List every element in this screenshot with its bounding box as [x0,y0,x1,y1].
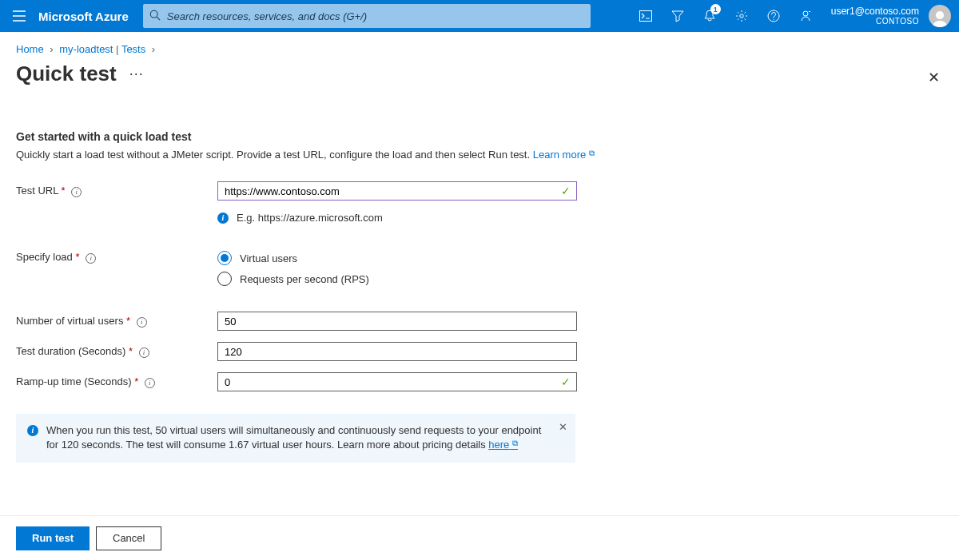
svg-line-1 [157,17,160,20]
cancel-button[interactable]: Cancel [96,526,161,550]
test-url-input[interactable] [217,181,577,201]
validation-check-icon: ✓ [561,185,571,197]
rampup-input[interactable] [217,372,577,391]
user-tenant: CONTOSO [831,17,919,26]
notifications-button[interactable]: 1 [694,0,726,32]
directory-filter-button[interactable] [662,0,694,32]
avatar[interactable] [929,5,951,27]
filter-icon [671,10,684,22]
info-icon[interactable]: i [86,253,96,264]
svg-point-5 [803,11,808,16]
run-test-button[interactable]: Run test [16,526,90,550]
help-button[interactable] [758,0,790,32]
svg-point-6 [936,11,944,19]
num-vu-label: Number of virtual users * i [16,315,217,328]
breadcrumb-resource[interactable]: my-loadtest [59,43,113,55]
cloud-shell-button[interactable] [630,0,662,32]
radio-virtual-users[interactable]: Virtual users [217,251,369,265]
info-icon[interactable]: i [137,317,147,328]
intro-body: Quickly start a load test without a JMet… [16,148,735,162]
search-icon [149,10,161,21]
learn-more-link[interactable]: Learn more ⧉ [533,149,595,161]
info-icon: i [217,212,229,224]
info-icon: i [27,425,38,436]
close-blade-button[interactable]: ✕ [928,69,940,86]
help-icon [767,10,780,22]
pricing-info-banner: i When you run this test, 50 virtual use… [16,414,575,462]
specify-load-label: Specify load * i [16,251,217,264]
svg-point-3 [740,14,743,18]
more-actions-button[interactable]: ··· [129,66,144,82]
feedback-icon [799,10,812,22]
rampup-label: Ramp-up time (Seconds) * i [16,375,217,388]
dismiss-banner-button[interactable]: ✕ [559,420,567,435]
global-search-input[interactable] [143,4,591,28]
test-url-label: Test URL * i [16,185,217,197]
global-header: Microsoft Azure 1 user1@contoso. [0,0,959,32]
intro-heading: Get started with a quick load test [16,130,735,143]
feedback-button[interactable] [790,0,822,32]
info-icon[interactable]: i [145,378,155,388]
hamburger-menu[interactable] [0,0,38,32]
external-link-icon: ⧉ [589,149,595,157]
pricing-link[interactable]: here ⧉ [488,439,518,451]
duration-label: Test duration (Seconds) * i [16,345,217,358]
settings-button[interactable] [726,0,758,32]
brand-label: Microsoft Azure [38,10,129,23]
breadcrumb: Home › my-loadtest | Tests › [16,43,943,55]
hamburger-icon [13,10,26,22]
breadcrumb-subsection[interactable]: Tests [121,43,145,55]
validation-check-icon: ✓ [561,375,571,388]
info-icon[interactable]: i [139,348,149,358]
breadcrumb-home[interactable]: Home [16,43,44,55]
external-link-icon: ⧉ [512,439,518,447]
user-email: user1@contoso.com [831,6,919,17]
avatar-icon [930,8,949,27]
page-title: Quick test [16,62,117,86]
notification-count: 1 [710,4,721,14]
svg-point-0 [150,10,157,18]
chevron-right-icon: › [50,43,53,55]
footer-bar: Run test Cancel [0,515,959,560]
gear-icon [735,10,748,22]
chevron-right-icon: › [152,43,155,55]
cloud-shell-icon [639,10,652,22]
svg-rect-2 [639,11,651,22]
num-vu-input[interactable] [217,312,577,331]
test-url-hint: E.g. https://azure.microsoft.com [237,212,383,224]
info-icon[interactable]: i [71,187,82,197]
duration-input[interactable] [217,342,577,361]
radio-rps[interactable]: Requests per second (RPS) [217,272,369,286]
account-block[interactable]: user1@contoso.com CONTOSO [822,6,925,26]
